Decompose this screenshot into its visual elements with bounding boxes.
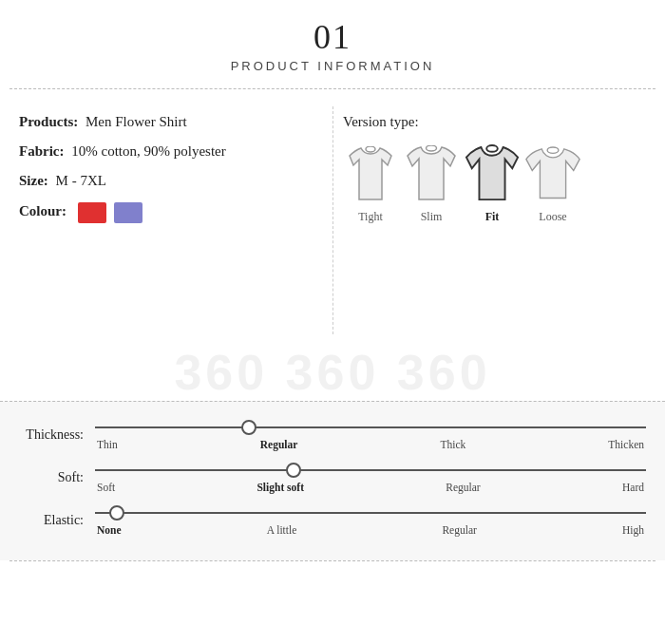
shirt-option-tight[interactable]: Tight [343, 143, 398, 224]
soft-label: Soft: [19, 470, 84, 485]
soft-mark-soft: Soft [97, 482, 115, 493]
svg-point-0 [366, 146, 375, 152]
footer-divider [10, 560, 656, 561]
elastic-track-wrapper [95, 504, 646, 521]
left-panel: Products: Men Flower Shirt Fabric: 10% c… [10, 106, 332, 334]
svg-point-2 [486, 145, 498, 152]
page-wrapper: 01 PRODUCT INFORMATION Products: Men Flo… [0, 0, 665, 644]
colour-row: Colour: [19, 202, 323, 223]
swatch-purple[interactable] [114, 202, 142, 223]
right-panel: Version type: Tight [332, 106, 656, 334]
fabric-label: Fabric: [19, 143, 64, 159]
shirt-tight-label: Tight [358, 210, 383, 224]
svg-point-1 [427, 145, 437, 151]
thickness-slider[interactable]: Thin Regular Thick Thicken [95, 419, 646, 450]
elastic-mark-regular: Regular [442, 524, 476, 536]
soft-mark-regular: Regular [446, 482, 480, 493]
shirt-tight-icon [343, 143, 398, 205]
elastic-row: Elastic: None A little Regular High [19, 504, 646, 536]
main-content: Products: Men Flower Shirt Fabric: 10% c… [0, 97, 665, 344]
elastic-track [95, 512, 646, 514]
version-type-label: Version type: [343, 114, 646, 130]
elastic-mark-a-little: A little [267, 524, 297, 536]
header: 01 PRODUCT INFORMATION [0, 0, 665, 81]
elastic-mark-high: High [622, 524, 644, 536]
colour-label: Colour: [19, 203, 66, 218]
watermark-section: 360 360 360 [0, 344, 665, 401]
soft-track-wrapper [95, 462, 646, 479]
thickness-mark-thin: Thin [97, 439, 118, 450]
shirt-fit-icon [465, 143, 520, 205]
elastic-slider[interactable]: None A little Regular High [95, 504, 646, 536]
shirt-slim-label: Slim [421, 210, 443, 224]
watermark-text: 360 360 360 [0, 344, 665, 401]
size-row: Size: M - 7XL [19, 173, 323, 189]
soft-row: Soft: Soft Slight soft Regular Hard [19, 462, 646, 493]
thickness-track-wrapper [95, 419, 646, 436]
soft-mark-slight-soft: Slight soft [256, 482, 304, 493]
product-number: 01 [0, 17, 665, 57]
fabric-value: 10% cotton, 90% polyester [71, 143, 225, 159]
shirt-option-slim[interactable]: Slim [404, 143, 459, 224]
shirt-loose-icon [525, 143, 580, 205]
shirt-options: Tight Slim [343, 143, 646, 224]
thickness-mark-thick: Thick [440, 439, 466, 450]
product-info-title: PRODUCT INFORMATION [0, 59, 665, 73]
thickness-row: Thickness: Thin Regular Thick Thicken [19, 419, 646, 450]
thickness-mark-thicken: Thicken [608, 439, 644, 450]
elastic-thumb[interactable] [109, 505, 124, 521]
shirt-option-fit[interactable]: Fit [465, 143, 520, 224]
fabric-row: Fabric: 10% cotton, 90% polyester [19, 143, 323, 160]
product-name-row: Products: Men Flower Shirt [19, 114, 323, 130]
size-label: Size: [19, 173, 48, 188]
thickness-track [95, 426, 646, 428]
elastic-label: Elastic: [19, 513, 84, 528]
products-label: Products: [19, 114, 78, 129]
shirt-option-loose[interactable]: Loose [525, 143, 580, 224]
product-name-value: Men Flower Shirt [86, 114, 187, 129]
soft-slider[interactable]: Soft Slight soft Regular Hard [95, 462, 646, 493]
soft-labels: Soft Slight soft Regular Hard [95, 482, 646, 493]
shirt-slim-icon [404, 143, 459, 205]
thickness-labels: Thin Regular Thick Thicken [95, 439, 646, 450]
shirt-fit-label: Fit [485, 210, 500, 224]
svg-point-3 [547, 147, 559, 153]
top-divider [10, 88, 656, 89]
sliders-section: Thickness: Thin Regular Thick Thicken So… [0, 401, 665, 560]
soft-mark-hard: Hard [622, 482, 644, 493]
colour-swatches [78, 202, 142, 223]
shirt-loose-label: Loose [539, 210, 566, 224]
thickness-thumb[interactable] [241, 420, 256, 435]
size-value: M - 7XL [56, 173, 106, 188]
thickness-label: Thickness: [19, 427, 84, 443]
swatch-red[interactable] [78, 202, 106, 223]
elastic-labels: None A little Regular High [95, 524, 646, 536]
soft-track [95, 469, 646, 471]
thickness-mark-regular: Regular [260, 439, 298, 450]
soft-thumb[interactable] [286, 463, 301, 478]
elastic-mark-none: None [97, 524, 122, 536]
